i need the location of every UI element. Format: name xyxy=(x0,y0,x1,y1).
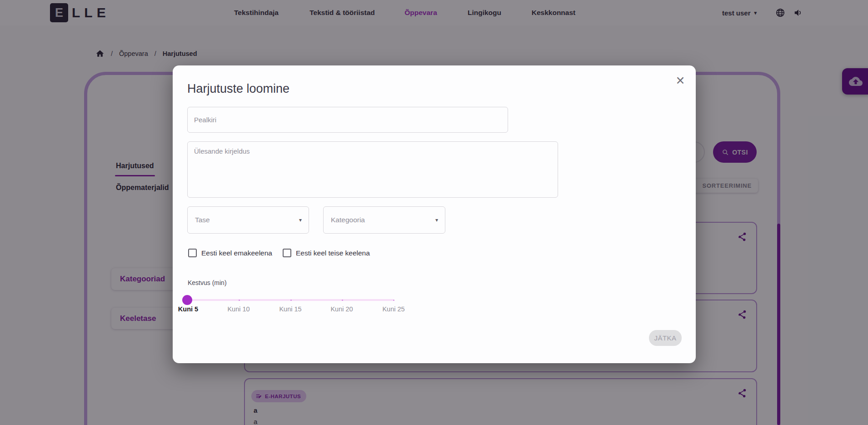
category-select[interactable]: Kategooria ▾ xyxy=(323,206,445,234)
slider-step-dot xyxy=(393,300,394,301)
level-select[interactable]: Tase ▾ xyxy=(187,206,309,234)
slider-step-dot xyxy=(290,300,292,301)
slider-mark-kuni-10[interactable]: Kuni 10 xyxy=(227,305,249,313)
title-field[interactable] xyxy=(187,107,508,133)
slider-mark-kuni-20[interactable]: Kuni 20 xyxy=(330,305,353,313)
slider-step-dot xyxy=(239,300,240,301)
checkbox-label: Eesti keel emakeelena xyxy=(201,249,272,257)
slider-mark-kuni-25[interactable]: Kuni 25 xyxy=(382,305,404,313)
checkbox-label: Eesti keel teise keelena xyxy=(296,249,370,257)
description-field[interactable] xyxy=(187,141,558,198)
dialog-title: Harjutuste loomine xyxy=(187,82,289,96)
checkbox-eesti-keel-emakeelena[interactable] xyxy=(188,249,197,257)
chevron-down-icon: ▾ xyxy=(435,217,438,223)
slider-mark-kuni-5[interactable]: Kuni 5 xyxy=(178,305,198,313)
checkbox-eesti-keel-teise-keelena[interactable] xyxy=(283,249,291,257)
app-window: E LLE Tekstihindaja Tekstid & tööriistad… xyxy=(0,0,868,425)
continue-button[interactable]: JÄTKA xyxy=(649,330,682,346)
level-select-placeholder: Tase xyxy=(195,216,210,224)
category-select-placeholder: Kategooria xyxy=(331,216,365,224)
slider-mark-kuni-15[interactable]: Kuni 15 xyxy=(279,305,301,313)
duration-slider-thumb[interactable] xyxy=(182,295,192,305)
create-exercise-dialog: Harjutuste loomine ✕ Tase ▾ Kategooria ▾… xyxy=(173,65,696,363)
chevron-down-icon: ▾ xyxy=(299,217,302,223)
duration-slider-label: Kestvus (min) xyxy=(188,279,227,286)
slider-step-dot xyxy=(342,300,343,301)
close-icon[interactable]: ✕ xyxy=(673,73,688,88)
